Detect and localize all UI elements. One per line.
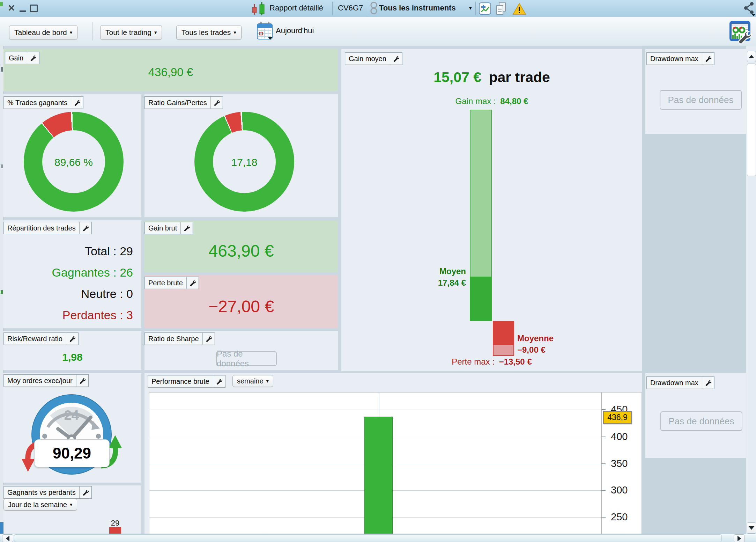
panel-title: Ratio de Sharpe — [145, 333, 203, 345]
settings-wrench-button[interactable] — [76, 375, 88, 387]
dashboard-settings-icon[interactable] — [729, 20, 752, 43]
y-axis-label: 350 — [611, 458, 628, 469]
caret-down-icon: ▾ — [70, 501, 73, 508]
settings-wrench-button[interactable] — [181, 222, 193, 234]
panel-label: Gain moyen — [345, 52, 402, 65]
panel-title: Répartition des trades — [4, 222, 80, 234]
add-chart-icon[interactable] — [479, 2, 491, 15]
link-chain-icon[interactable] — [370, 2, 378, 15]
share-icon[interactable] — [743, 1, 755, 16]
triangle-up-icon — [749, 55, 754, 58]
panel-title: Gain brut — [145, 222, 181, 234]
strip-selection — [0, 522, 3, 534]
settings-wrench-button[interactable] — [27, 52, 39, 64]
risk-reward-panel: Risk/Reward ratio 1,98 — [3, 331, 141, 370]
average-gain-value: 15,07 € — [433, 69, 481, 85]
view-select-button[interactable]: Tableau de bord ▾ — [9, 25, 77, 40]
axis-tick — [601, 463, 606, 464]
current-value-badge: 436,9 — [603, 411, 632, 424]
settings-wrench-button[interactable] — [71, 97, 83, 109]
orders-gauge-icon — [21, 394, 122, 481]
wrench-icon — [184, 225, 190, 231]
panel-label: Drawdown max — [646, 376, 714, 389]
chart-gridline — [149, 410, 601, 410]
vertical-scroll-thumb[interactable] — [747, 64, 756, 176]
settings-wrench-button[interactable] — [66, 333, 78, 345]
y-axis-label: 400 — [611, 431, 628, 442]
wrench-icon — [214, 100, 220, 106]
calendar-icon[interactable] — [257, 22, 273, 41]
settings-wrench-button[interactable] — [211, 97, 223, 109]
moyen-value: 17,84 € — [414, 277, 466, 288]
trading-scope-button[interactable]: Tout le trading ▾ — [100, 25, 162, 40]
average-gain-panel: Gain moyen 15,07 € par trade Gain max : … — [341, 49, 642, 371]
maximize-window-icon[interactable] — [30, 5, 38, 12]
warning-triangle-icon[interactable] — [512, 3, 526, 15]
moyenne-value: −9,00 € — [517, 344, 584, 356]
date-range-label[interactable]: Aujourd'hui — [276, 26, 314, 35]
horizontal-scrollbar[interactable] — [0, 534, 756, 542]
instrument-code[interactable]: CV6G7 — [338, 3, 363, 13]
settings-wrench-button[interactable] — [213, 375, 225, 387]
title-bar: ✕ Rapport détaillé CV6G7 Tous les instru… — [0, 0, 756, 17]
settings-wrench-button[interactable] — [390, 53, 402, 65]
horizontal-scroll-thumb[interactable] — [14, 534, 722, 542]
strip-mark — [1, 67, 3, 72]
settings-wrench-button[interactable] — [187, 277, 199, 289]
titlebar-separator — [368, 2, 368, 15]
panel-title: Ratio Gains/Pertes — [145, 97, 211, 109]
wrench-icon — [705, 380, 711, 386]
gauge-24h-badge: 24 — [58, 408, 86, 423]
panel-title: Drawdown max — [647, 53, 702, 65]
settings-wrench-button[interactable] — [80, 486, 91, 498]
gain-max-bar — [470, 110, 492, 278]
copy-pages-icon[interactable] — [496, 2, 507, 15]
scroll-up-button[interactable] — [747, 51, 756, 62]
y-axis-label: 300 — [611, 484, 628, 496]
wrench-icon — [216, 378, 222, 384]
gain-panel: Gain 436,90 € — [3, 49, 338, 91]
caret-down-icon: ▾ — [234, 29, 236, 36]
wrench-icon — [69, 336, 75, 342]
drawdown-max-bottom-panel: Drawdown max Pas de données — [645, 373, 746, 458]
trades-filter-button[interactable]: Tous les trades ▾ — [176, 25, 242, 40]
scroll-right-button[interactable] — [734, 534, 745, 542]
settings-wrench-button[interactable] — [203, 333, 215, 345]
wrench-icon — [206, 336, 212, 342]
view-select-label: Tableau de bord — [14, 28, 67, 37]
panel-label: Perte brute — [144, 277, 199, 289]
period-select[interactable]: semaine ▾ — [232, 375, 273, 387]
minimize-window-icon[interactable] — [20, 10, 26, 12]
settings-wrench-button[interactable] — [702, 53, 714, 65]
wrench-icon — [82, 225, 89, 231]
instruments-selector[interactable]: Tous les instruments — [379, 3, 456, 13]
average-gain-bar — [470, 277, 492, 321]
gross-gain-value: 463,90 € — [144, 241, 338, 261]
wrench-icon — [393, 56, 399, 62]
group-by-select[interactable]: Jour de la semaine ▾ — [3, 499, 77, 511]
winning-trades-row: Gagnantes : 26 — [3, 262, 133, 283]
close-window-icon[interactable]: ✕ — [8, 3, 15, 14]
panel-label: Répartition des trades — [3, 222, 92, 234]
y-axis-label: 250 — [611, 511, 628, 523]
settings-wrench-button[interactable] — [80, 222, 91, 234]
settings-wrench-button[interactable] — [702, 377, 714, 389]
report-title: Rapport détaillé — [269, 3, 323, 13]
wrench-icon — [190, 280, 196, 286]
no-data-box: Pas de données — [660, 411, 742, 431]
win-rate-value: 89,66 % — [24, 156, 124, 168]
panel-title: Gain moyen — [345, 53, 390, 65]
scroll-left-button[interactable] — [2, 534, 13, 542]
scroll-down-button[interactable] — [747, 522, 756, 534]
vertical-scrollbar[interactable] — [746, 46, 756, 534]
panel-title: % Trades gagnants — [4, 97, 71, 109]
gain-loss-ratio-value: 17,18 — [194, 156, 294, 168]
losing-trades-row: Perdantes : 3 — [3, 305, 133, 326]
trading-scope-label: Tout le trading — [105, 28, 151, 37]
gross-loss-value: −27,00 € — [144, 297, 338, 316]
period-label: semaine — [237, 377, 264, 385]
axis-tick — [601, 409, 606, 410]
caret-down-icon: ▾ — [266, 378, 269, 384]
caret-down-icon[interactable]: ▾ — [469, 5, 472, 11]
neutral-trades-row: Neutre : 0 — [3, 283, 133, 305]
